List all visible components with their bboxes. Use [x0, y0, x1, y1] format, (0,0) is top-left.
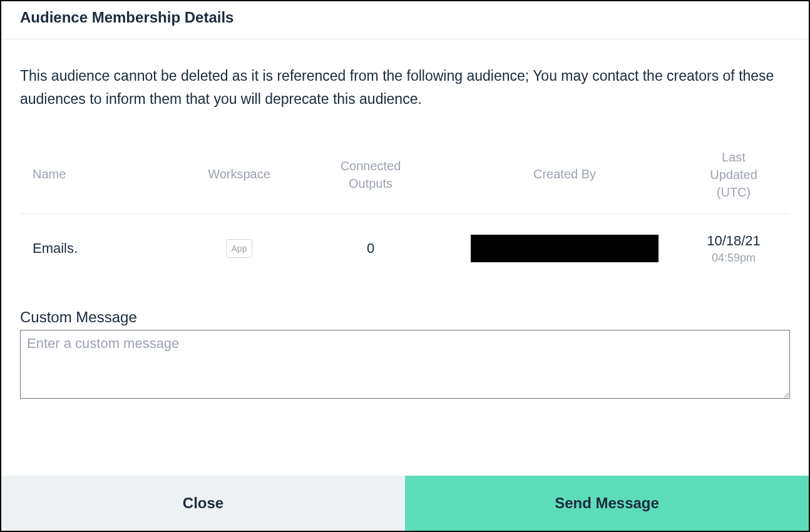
column-header-name: Name: [33, 167, 177, 182]
column-header-updated-line3: (UTC): [717, 185, 751, 199]
updated-date: 10/18/21: [690, 233, 777, 249]
column-header-outputs-line2: Outputs: [349, 176, 392, 190]
custom-message-label: Custom Message: [20, 309, 790, 326]
column-header-updated: Last Updated (UTC): [690, 148, 777, 201]
dialog-body: This audience cannot be deleted as it is…: [1, 39, 809, 414]
column-header-outputs: Connected Outputs: [302, 157, 439, 192]
updated-time: 04:59pm: [690, 252, 777, 265]
cell-updated: 10/18/21 04:59pm: [690, 233, 777, 265]
cell-name: Emails.: [33, 240, 177, 257]
column-header-updated-line2: Updated: [710, 168, 757, 182]
custom-message-input[interactable]: [20, 330, 790, 399]
cell-outputs: 0: [302, 240, 439, 257]
table-header-row: Name Workspace Connected Outputs Created…: [20, 142, 790, 214]
dialog-footer: Close Send Message: [1, 476, 809, 531]
column-header-outputs-line1: Connected: [341, 159, 401, 173]
close-button[interactable]: Close: [1, 476, 405, 531]
audience-table: Name Workspace Connected Outputs Created…: [20, 142, 790, 284]
table-row: Emails. App 0 10/18/21 04:59pm: [20, 214, 790, 284]
dialog-title: Audience Membership Details: [20, 9, 790, 26]
redacted-created-by: [471, 235, 659, 262]
dialog-header: Audience Membership Details: [1, 1, 809, 39]
workspace-chip: App: [226, 239, 253, 258]
column-header-created-by: Created By: [439, 167, 690, 182]
cell-workspace: App: [177, 239, 302, 258]
column-header-workspace: Workspace: [177, 167, 302, 182]
column-header-updated-line1: Last: [722, 150, 746, 164]
warning-text: This audience cannot be deleted as it is…: [20, 64, 790, 111]
custom-message-section: Custom Message: [20, 309, 790, 401]
cell-created-by: [439, 235, 690, 262]
send-message-button[interactable]: Send Message: [405, 476, 809, 531]
